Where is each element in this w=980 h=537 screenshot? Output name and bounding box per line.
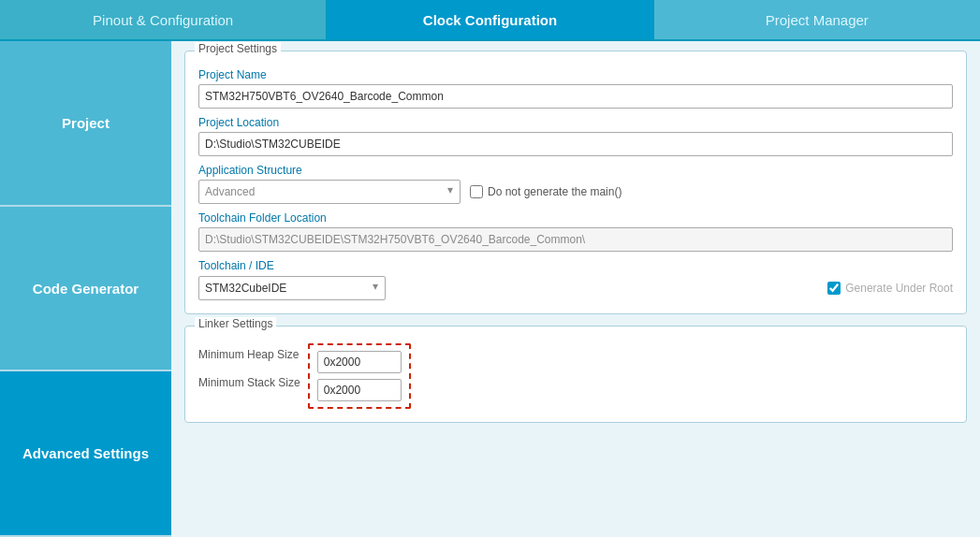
linker-settings-title: Linker Settings <box>195 317 276 330</box>
do-not-generate-label[interactable]: Do not generate the main() <box>470 185 622 198</box>
do-not-generate-checkbox[interactable] <box>470 185 483 198</box>
toolchain-ide-select[interactable]: STM32CubeIDE <box>198 276 386 300</box>
min-heap-label: Minimum Heap Size <box>198 348 299 361</box>
project-settings-title: Project Settings <box>195 42 281 55</box>
min-stack-input[interactable] <box>317 379 402 401</box>
toolchain-folder-label: Toolchain Folder Location <box>198 211 953 225</box>
generate-under-root-row: Generate Under Root <box>827 282 953 295</box>
project-location-label: Project Location <box>198 116 953 129</box>
toolchain-ide-label: Toolchain / IDE <box>198 259 953 272</box>
linker-settings-panel: Linker Settings Minimum Heap Size Minimu… <box>184 326 967 423</box>
project-settings-panel: Project Settings Project Name Project Lo… <box>184 51 967 314</box>
min-heap-input[interactable] <box>317 351 402 373</box>
project-name-label: Project Name <box>198 68 953 81</box>
tab-clock[interactable]: Clock Configuration <box>327 0 653 39</box>
project-location-input[interactable] <box>198 132 953 156</box>
linker-inputs-box <box>308 343 411 409</box>
tab-pinout[interactable]: Pinout & Configuration <box>0 0 327 39</box>
generate-under-root-checkbox[interactable] <box>827 282 841 295</box>
toolchain-ide-row: STM32CubeIDE Generate Under Root <box>198 276 953 300</box>
toolchain-select-wrapper: STM32CubeIDE <box>198 276 386 300</box>
project-name-input[interactable] <box>198 84 953 109</box>
app-structure-select-wrapper: Advanced <box>198 180 461 204</box>
tab-project-manager[interactable]: Project Manager <box>654 0 980 39</box>
toolchain-folder-input <box>198 227 953 252</box>
tab-bar: Pinout & Configuration Clock Configurati… <box>0 0 980 41</box>
min-stack-label: Minimum Stack Size <box>198 376 300 389</box>
app-structure-label: Application Structure <box>198 164 953 177</box>
sidebar-item-code-generator[interactable]: Code Generator <box>0 207 171 372</box>
sidebar-item-advanced-settings[interactable]: Advanced Settings <box>0 371 171 537</box>
main-layout: Project Code Generator Advanced Settings… <box>0 41 980 537</box>
app-structure-row: Advanced Do not generate the main() <box>198 180 953 204</box>
content-area: Project Settings Project Name Project Lo… <box>171 41 980 537</box>
app-structure-select[interactable]: Advanced <box>198 180 461 204</box>
sidebar-item-project[interactable]: Project <box>0 41 171 207</box>
sidebar: Project Code Generator Advanced Settings <box>0 41 171 537</box>
